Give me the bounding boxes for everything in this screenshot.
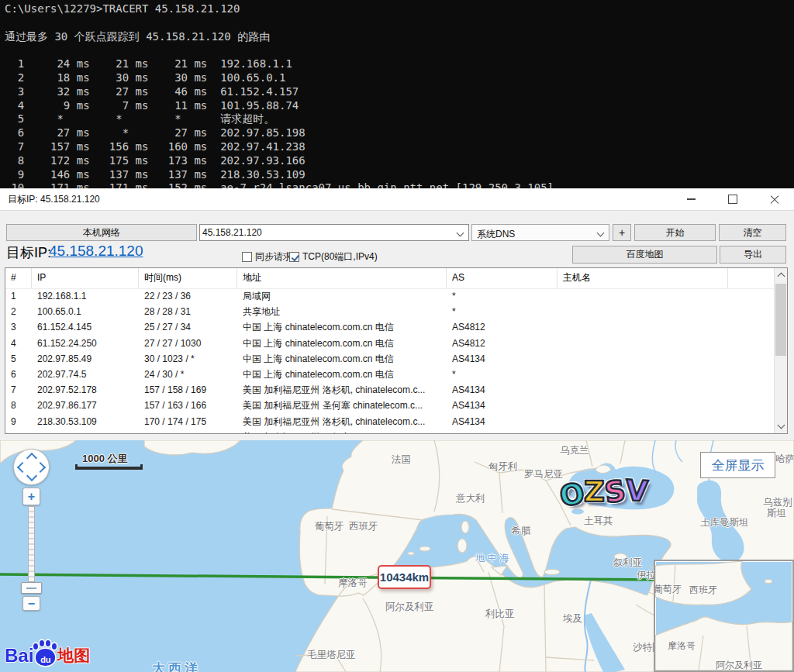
col-address: 美国 加利福尼亚州 洛杉矶, chinatelecom.c... [237, 414, 447, 429]
overview-inset-map[interactable]: 葡萄牙西班牙摩洛哥阿尔及利亚 [654, 560, 794, 672]
col-hop: 2 [5, 304, 32, 319]
map-label: 土耳其 [584, 515, 613, 528]
hop-row[interactable]: 5202.97.85.4930 / 1023 / *中国 上海 chinatel… [5, 351, 774, 367]
col-address: 美国 加利福尼亚州 圣何塞 chinatelecom.c... [237, 398, 447, 413]
start-button[interactable]: 开始 [634, 224, 716, 241]
col-hop: 10 [5, 429, 32, 433]
close-button[interactable] [757, 188, 792, 210]
table-body: 1192.168.1.122 / 23 / 36局域网*2100.65.0.12… [5, 288, 774, 433]
sync-request-checkbox[interactable]: 同步请求 [242, 250, 292, 264]
column-header-col-as[interactable]: AS [447, 268, 558, 288]
pan-up-icon[interactable] [26, 453, 37, 464]
terminal-window[interactable]: C:\Users\12279>TRACERT 45.158.21.120 通过最… [0, 0, 794, 188]
add-button[interactable]: + [613, 224, 631, 241]
zoom-in-button[interactable]: + [22, 488, 40, 505]
col-address: 中国 上海 chinatelecom.com.cn 电信 [237, 336, 447, 351]
hop-row[interactable]: 361.152.4.14525 / 27 / 34中国 上海 chinatele… [5, 319, 774, 335]
col-as: AS4134 [447, 398, 558, 413]
minimize-button[interactable] [673, 188, 709, 210]
col-ip: 202.97.86.177 [32, 398, 139, 413]
col-hop: 8 [5, 398, 32, 413]
hop-row[interactable]: 6202.97.74.524 / 30 / *中国 上海 chinateleco… [5, 367, 774, 382]
hop-row[interactable]: 2100.65.0.128 / 28 / 31共享地址* [5, 304, 774, 319]
maximize-icon [728, 195, 737, 204]
map-label: 哈萨克 [775, 453, 794, 466]
sticker-letter: Z [584, 475, 605, 508]
col-time: 25 / 27 / 34 [139, 319, 237, 335]
table-header-row: #IP时间(ms)地址AS主机名 [5, 268, 774, 289]
checkbox-icon[interactable] [289, 252, 299, 262]
target-ip-link[interactable]: 45.158.21.120 [49, 243, 143, 260]
col-ip: 129.250.2.49 [32, 429, 139, 433]
chevron-down-icon[interactable] [457, 229, 464, 237]
column-header-col-hostname[interactable]: 主机名 [558, 268, 728, 288]
col-hostname [558, 398, 774, 413]
col-hostname [558, 414, 774, 429]
sync-request-label: 同步请求 [255, 250, 292, 264]
zoom-slider-handle[interactable] [21, 582, 42, 594]
col-address: 中国 上海 chinatelecom.com.cn 电信 [237, 351, 447, 367]
hop-table: #IP时间(ms)地址AS主机名 1192.168.1.122 / 23 / 3… [5, 267, 788, 434]
col-as: AS4134 [447, 414, 558, 429]
map-label: 地中海 [475, 552, 512, 565]
map-label: 葡萄牙 [315, 520, 344, 533]
target-ip-combobox[interactable] [199, 224, 469, 241]
scrollbar-thumb[interactable] [775, 284, 786, 356]
col-time: 27 / 27 / 1030 [139, 336, 237, 351]
pan-down-icon[interactable] [26, 470, 37, 481]
scroll-up-icon[interactable] [778, 273, 785, 281]
clear-button[interactable]: 清空 [719, 224, 786, 241]
map-label: 埃及 [563, 612, 582, 625]
minimize-icon [687, 198, 696, 199]
local-network-button[interactable]: 本机网络 [6, 224, 197, 241]
col-hostname: ae-8.r24.snjsca04.us.bb.gin.ntt.net [558, 429, 774, 433]
column-header-col-hop[interactable]: # [5, 268, 32, 288]
maximize-button[interactable] [715, 188, 751, 210]
baidu-map-button[interactable]: 百度地图 [572, 246, 717, 264]
col-address: 中国 上海 chinatelecom.com.cn 电信 [237, 319, 447, 335]
hop-row[interactable]: 7202.97.52.178157 / 158 / 169美国 加利福尼亚州 洛… [5, 382, 774, 398]
dns-select[interactable]: 系统DNS [471, 224, 609, 241]
chevron-down-icon[interactable] [597, 229, 605, 237]
col-hop: 3 [5, 319, 32, 335]
distance-label: 10434km [378, 565, 431, 589]
hop-row[interactable]: 461.152.24.25027 / 27 / 1030中国 上海 chinat… [5, 336, 774, 351]
map-label: 利比亚 [485, 608, 515, 621]
pan-compass[interactable] [13, 449, 50, 485]
pan-left-icon[interactable] [17, 462, 28, 473]
checkbox-icon[interactable] [242, 252, 252, 262]
map-label: 法国 [392, 453, 411, 467]
map-label: 西班牙 [349, 520, 378, 533]
col-ip: 202.97.85.49 [32, 351, 139, 367]
baidu-logo-text: Bai [5, 645, 33, 667]
zoom-slider-track[interactable] [28, 506, 35, 582]
col-address: 共享地址 [237, 304, 447, 319]
export-button[interactable]: 导出 [720, 246, 786, 264]
hop-row[interactable]: 8202.97.86.177157 / 163 / 166美国 加利福尼亚州 圣… [5, 398, 774, 413]
tcp-port-label: TCP(80端口,IPv4) [302, 250, 378, 264]
col-as: * [447, 304, 558, 319]
fullscreen-button[interactable]: 全屏显示 [700, 452, 775, 478]
scroll-down-icon[interactable] [778, 422, 785, 429]
titlebar[interactable]: 目标IP: 45.158.21.120 [0, 188, 794, 211]
col-as: AS2914 [447, 429, 558, 433]
col-address: 中国 上海 chinatelecom.com.cn 电信 [237, 367, 447, 382]
tcp-port-checkbox[interactable]: TCP(80端口,IPv4) [289, 250, 378, 264]
hop-row[interactable]: 10129.250.2.49142 / 181 / 189美国 加利福尼亚州 圣… [5, 429, 774, 433]
table-scrollbar[interactable] [774, 268, 787, 433]
map-canvas[interactable]: 乌克兰法国匈牙利罗马尼亚意大利葡萄牙西班牙希腊土耳其土库曼斯坦乌兹别斯坦哈萨克地… [0, 440, 794, 672]
column-header-col-ip[interactable]: IP [32, 268, 139, 288]
zoom-out-button[interactable]: − [22, 596, 40, 611]
hop-row[interactable]: 9218.30.53.109170 / 174 / 175美国 加利福尼亚州 洛… [5, 414, 774, 429]
target-ip-input[interactable] [202, 226, 451, 240]
column-header-col-time[interactable]: 时间(ms) [139, 268, 237, 288]
map-label: 土库曼斯坦 [700, 516, 749, 529]
sticker-letter: O [557, 476, 587, 513]
pan-right-icon[interactable] [35, 462, 46, 473]
col-hostname [558, 367, 774, 382]
col-time: 22 / 23 / 36 [139, 288, 237, 304]
target-ip-label: 目标IP: [6, 243, 51, 262]
baidu-paw-icon: du [36, 649, 55, 666]
column-header-col-address[interactable]: 地址 [237, 268, 447, 288]
hop-row[interactable]: 1192.168.1.122 / 23 / 36局域网* [5, 288, 774, 304]
